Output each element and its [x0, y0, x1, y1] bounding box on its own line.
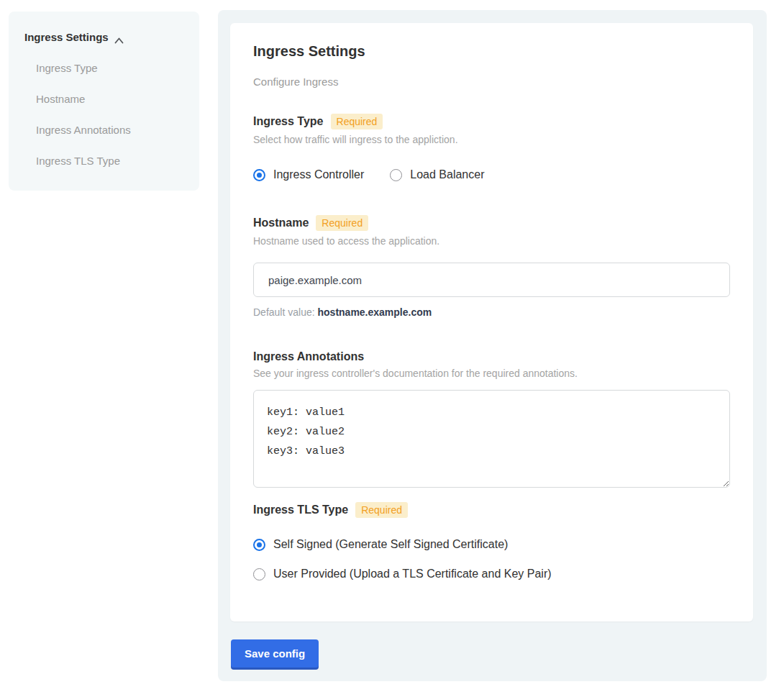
required-badge: Required: [316, 215, 368, 231]
radio-ingress-controller-label[interactable]: Ingress Controller: [273, 168, 364, 181]
radio-user-provided-label[interactable]: User Provided (Upload a TLS Certificate …: [273, 568, 552, 580]
radio-unselected-icon[interactable]: [253, 568, 265, 580]
config-panel: Ingress Settings Configure Ingress Ingre…: [218, 10, 767, 681]
save-config-button[interactable]: Save config: [231, 639, 319, 668]
radio-user-provided[interactable]: User Provided (Upload a TLS Certificate …: [253, 568, 730, 580]
required-badge: Required: [331, 114, 383, 129]
hostname-help: Hostname used to access the application.: [253, 235, 730, 247]
default-value-text: hostname.example.com: [318, 306, 432, 318]
chevron-up-icon: [114, 34, 124, 40]
required-badge: Required: [355, 502, 408, 518]
page-subtitle: Configure Ingress: [253, 76, 730, 88]
radio-selected-icon[interactable]: [253, 169, 265, 181]
radio-self-signed-label[interactable]: Self Signed (Generate Self Signed Certif…: [273, 538, 508, 551]
default-value-prefix: Default value:: [253, 306, 318, 318]
section-ingress-tls-type: Ingress TLS Type Required Self Signed (G…: [253, 502, 730, 580]
section-ingress-annotations: Ingress Annotations See your ingress con…: [253, 350, 730, 488]
sidebar-group-label: Ingress Settings: [24, 31, 109, 43]
config-nav-sidebar: Ingress Settings Ingress Type Hostname I…: [9, 12, 199, 191]
sidebar-group-ingress-settings[interactable]: Ingress Settings: [24, 31, 183, 43]
sidebar-item-list: Ingress Type Hostname Ingress Annotation…: [24, 62, 183, 167]
sidebar-item-ingress-tls-type[interactable]: Ingress TLS Type: [36, 155, 183, 167]
sidebar-item-hostname[interactable]: Hostname: [36, 93, 183, 105]
section-ingress-type: Ingress Type Required Select how traffic…: [253, 114, 730, 181]
section-hostname: Hostname Required Hostname used to acces…: [253, 215, 730, 318]
radio-self-signed[interactable]: Self Signed (Generate Self Signed Certif…: [253, 538, 730, 551]
radio-selected-icon[interactable]: [253, 539, 265, 551]
hostname-default-line: Default value: hostname.example.com: [253, 306, 730, 318]
sidebar-item-ingress-type[interactable]: Ingress Type: [36, 62, 183, 74]
ingress-tls-radio-group: Self Signed (Generate Self Signed Certif…: [253, 538, 730, 580]
ingress-settings-card: Ingress Settings Configure Ingress Ingre…: [230, 23, 753, 621]
hostname-label: Hostname: [253, 217, 309, 229]
ingress-annotations-textarea[interactable]: key1: value1 key2: value2 key3: value3: [253, 390, 730, 488]
ingress-type-label: Ingress Type: [253, 115, 324, 128]
sidebar-item-ingress-annotations[interactable]: Ingress Annotations: [36, 124, 183, 136]
ingress-tls-type-label: Ingress TLS Type: [253, 504, 348, 516]
radio-unselected-icon[interactable]: [390, 169, 402, 181]
ingress-type-help: Select how traffic will ingress to the a…: [253, 134, 730, 145]
page-title: Ingress Settings: [253, 43, 730, 60]
radio-ingress-controller[interactable]: Ingress Controller: [253, 168, 364, 181]
radio-load-balancer-label[interactable]: Load Balancer: [410, 168, 484, 181]
ingress-type-radio-group: Ingress Controller Load Balancer: [253, 168, 730, 181]
radio-load-balancer[interactable]: Load Balancer: [390, 168, 484, 181]
ingress-annotations-help: See your ingress controller's documentat…: [253, 368, 730, 379]
hostname-input[interactable]: [253, 263, 730, 297]
ingress-annotations-label: Ingress Annotations: [253, 350, 364, 363]
